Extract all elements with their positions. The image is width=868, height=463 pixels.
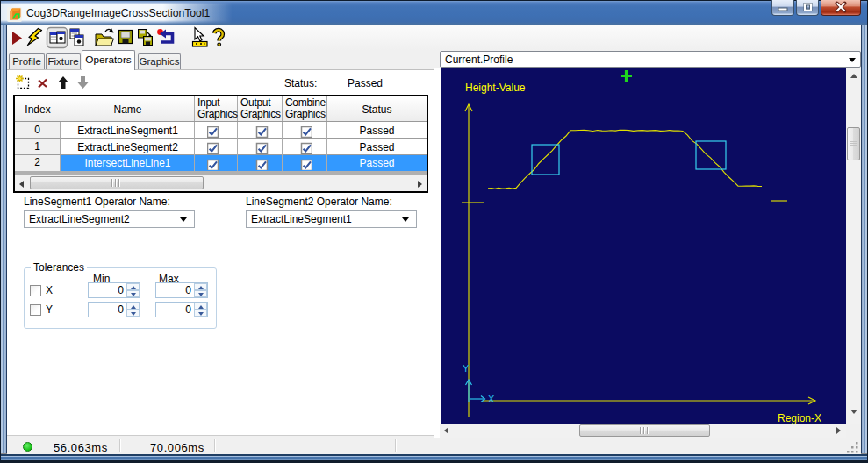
svg-text:Region-X: Region-X	[778, 412, 821, 424]
svg-text:Y: Y	[463, 363, 470, 374]
svg-text:Height-Value: Height-Value	[465, 82, 526, 94]
svg-text:X: X	[488, 394, 495, 404]
